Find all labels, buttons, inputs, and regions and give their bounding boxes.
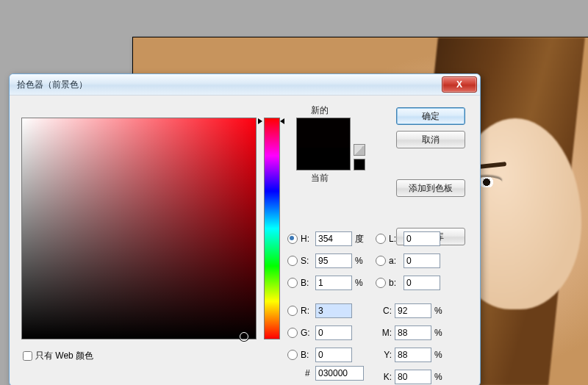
input-c[interactable] bbox=[395, 303, 431, 318]
radio-a[interactable] bbox=[376, 256, 386, 266]
label-s: S: bbox=[301, 256, 315, 266]
unit-brightness: % bbox=[352, 278, 367, 288]
web-colors-checkbox[interactable] bbox=[23, 351, 32, 361]
hex-prefix: # bbox=[305, 368, 315, 378]
row-y: Y: % bbox=[376, 344, 455, 366]
radio-s[interactable] bbox=[287, 256, 298, 266]
swatch-current-label: 当前 bbox=[311, 172, 329, 184]
input-s[interactable] bbox=[315, 253, 352, 268]
input-labb[interactable] bbox=[404, 276, 440, 290]
radio-r[interactable] bbox=[287, 306, 298, 316]
close-icon: X bbox=[456, 79, 462, 90]
web-colors-label: 只有 Web 颜色 bbox=[35, 350, 93, 362]
row-c: C: % bbox=[376, 300, 455, 322]
label-L: L: bbox=[389, 234, 404, 244]
input-r[interactable] bbox=[315, 303, 352, 318]
row-b-blue: B: bbox=[287, 344, 367, 366]
input-L[interactable] bbox=[404, 231, 440, 246]
dialog-title: 拾色器（前景色） bbox=[17, 79, 87, 91]
sv-cursor-icon bbox=[240, 332, 248, 341]
radio-brightness[interactable] bbox=[287, 278, 298, 288]
row-h: H: 度 bbox=[287, 228, 367, 250]
label-brightness: B: bbox=[301, 278, 315, 288]
unit-c: % bbox=[431, 306, 446, 316]
label-y: Y: bbox=[376, 350, 395, 360]
label-a: a: bbox=[389, 256, 404, 266]
color-picker-dialog: 拾色器（前景色） X 新的 当前 确定 取消 添加到色板 颜色库 bbox=[9, 73, 481, 385]
label-labb: b: bbox=[389, 278, 404, 288]
label-k: K: bbox=[376, 372, 395, 382]
input-hex[interactable] bbox=[315, 366, 364, 381]
row-k: K: % bbox=[376, 366, 455, 385]
color-swatch-group bbox=[296, 118, 351, 170]
row-a: a: bbox=[376, 250, 455, 272]
label-m: M: bbox=[376, 328, 395, 338]
row-g: G: bbox=[287, 322, 367, 344]
radio-labb[interactable] bbox=[376, 278, 386, 288]
unit-s: % bbox=[352, 256, 367, 266]
input-g[interactable] bbox=[315, 325, 352, 340]
radio-h[interactable] bbox=[287, 234, 298, 244]
input-blue[interactable] bbox=[315, 348, 352, 362]
label-blue: B: bbox=[301, 350, 315, 360]
new-color-swatch[interactable] bbox=[297, 118, 350, 148]
close-button[interactable]: X bbox=[442, 76, 477, 93]
radio-L[interactable] bbox=[376, 234, 386, 244]
row-r: R: bbox=[287, 300, 367, 322]
saturation-value-field[interactable] bbox=[21, 118, 257, 339]
dialog-button-column: 确定 取消 添加到色板 颜色库 bbox=[396, 107, 465, 245]
row-L: L: bbox=[376, 228, 455, 250]
row-s: S: % bbox=[287, 250, 367, 272]
input-k[interactable] bbox=[395, 370, 431, 384]
cancel-button[interactable]: 取消 bbox=[396, 131, 465, 148]
unit-h: 度 bbox=[352, 233, 367, 245]
label-r: R: bbox=[301, 306, 315, 316]
gamut-warning-icon[interactable] bbox=[354, 144, 365, 156]
row-m: M: % bbox=[376, 322, 455, 344]
label-h: H: bbox=[301, 234, 315, 244]
lab-cmyk-column: L: a: b: C: % M: bbox=[376, 228, 455, 385]
row-labb: b: bbox=[376, 272, 455, 294]
gamut-corrected-swatch[interactable] bbox=[354, 159, 365, 170]
current-color-swatch[interactable] bbox=[297, 148, 350, 170]
input-h[interactable] bbox=[315, 231, 352, 246]
label-c: C: bbox=[376, 306, 395, 316]
swatch-new-label: 新的 bbox=[311, 104, 329, 117]
row-b-br: B: % bbox=[287, 272, 367, 294]
hsb-rgb-column: H: 度 S: % B: % R: bbox=[287, 228, 367, 366]
unit-y: % bbox=[431, 350, 446, 360]
add-to-swatches-button[interactable]: 添加到色板 bbox=[396, 179, 465, 197]
hex-row: # bbox=[305, 366, 364, 381]
unit-m: % bbox=[431, 328, 446, 338]
ok-button[interactable]: 确定 bbox=[396, 107, 465, 125]
unit-k: % bbox=[431, 372, 446, 382]
input-m[interactable] bbox=[395, 325, 431, 340]
radio-blue[interactable] bbox=[287, 350, 298, 360]
titlebar[interactable]: 拾色器（前景色） X bbox=[10, 74, 480, 96]
web-colors-only-row: 只有 Web 颜色 bbox=[23, 350, 93, 362]
label-g: G: bbox=[301, 328, 315, 338]
hue-slider[interactable] bbox=[264, 118, 280, 339]
input-brightness[interactable] bbox=[315, 276, 352, 290]
input-y[interactable] bbox=[395, 348, 431, 362]
radio-g[interactable] bbox=[287, 328, 298, 338]
input-a[interactable] bbox=[404, 253, 440, 268]
